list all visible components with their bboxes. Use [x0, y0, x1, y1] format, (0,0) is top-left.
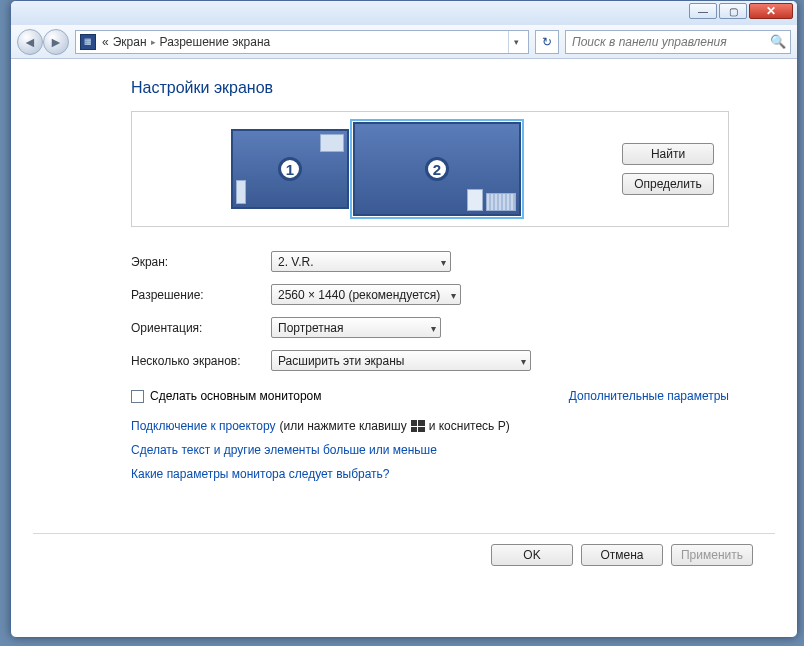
- monitors-side-buttons: Найти Определить: [622, 143, 714, 195]
- address-dropdown[interactable]: ▾: [508, 31, 524, 53]
- forward-button[interactable]: ►: [43, 29, 69, 55]
- projector-hint-after: и коснитесь P): [429, 419, 510, 433]
- window-controls: — ▢ ✕: [689, 3, 793, 19]
- monitors-area: 1 2: [146, 122, 606, 216]
- orientation-select[interactable]: Портретная: [271, 317, 441, 338]
- monitor-1-number: 1: [278, 157, 302, 181]
- minimize-button[interactable]: —: [689, 3, 717, 19]
- maximize-button[interactable]: ▢: [719, 3, 747, 19]
- footer-buttons: OK Отмена Применить: [33, 534, 775, 566]
- checkbox-icon: [131, 390, 144, 403]
- settings-form: Экран: 2. V.R. Разрешение: 2560 × 1440 (…: [131, 251, 775, 371]
- monitor-1-thumb-icon: [320, 134, 344, 152]
- screen-resolution-window: — ▢ ✕ ◄ ► ▦ « Экран ▸ Разрешение экрана …: [10, 0, 798, 638]
- resolution-label: Разрешение:: [131, 288, 271, 302]
- control-panel-icon: ▦: [80, 34, 96, 50]
- ok-button[interactable]: OK: [491, 544, 573, 566]
- monitor-1-thumb-icon: [236, 180, 246, 204]
- address-bar[interactable]: ▦ « Экран ▸ Разрешение экрана ▾: [75, 30, 529, 54]
- monitor-2[interactable]: 2: [353, 122, 521, 216]
- make-main-label: Сделать основным монитором: [150, 389, 322, 403]
- apply-button[interactable]: Применить: [671, 544, 753, 566]
- monitor-2-thumb-icon: [467, 189, 483, 211]
- orientation-label: Ориентация:: [131, 321, 271, 335]
- nav-history: ◄ ►: [17, 29, 69, 55]
- breadcrumb-prefix: «: [102, 35, 109, 49]
- multiple-displays-select[interactable]: Расширить эти экраны: [271, 350, 531, 371]
- back-button[interactable]: ◄: [17, 29, 43, 55]
- display-label: Экран:: [131, 255, 271, 269]
- make-main-checkbox[interactable]: Сделать основным монитором: [131, 389, 322, 403]
- monitor-2-thumb-icon: [486, 193, 516, 211]
- search-icon[interactable]: 🔍: [770, 34, 786, 49]
- search-bar[interactable]: 🔍: [565, 30, 791, 54]
- close-button[interactable]: ✕: [749, 3, 793, 19]
- content: Настройки экранов 1 2 Найти Определить: [11, 59, 797, 576]
- identify-button[interactable]: Определить: [622, 173, 714, 195]
- monitor-2-number: 2: [425, 157, 449, 181]
- page-title: Настройки экранов: [131, 79, 775, 97]
- monitor-1[interactable]: 1: [231, 129, 349, 209]
- text-size-link[interactable]: Сделать текст и другие элементы больше и…: [131, 443, 437, 457]
- titlebar: — ▢ ✕: [11, 1, 797, 25]
- breadcrumb: « Экран ▸ Разрешение экрана: [102, 35, 270, 49]
- windows-key-icon: [411, 420, 425, 432]
- navbar: ◄ ► ▦ « Экран ▸ Разрешение экрана ▾ ↻ 🔍: [11, 25, 797, 59]
- breadcrumb-screen[interactable]: Экран: [113, 35, 147, 49]
- display-select[interactable]: 2. V.R.: [271, 251, 451, 272]
- breadcrumb-separator-icon: ▸: [151, 37, 156, 47]
- which-settings-link[interactable]: Какие параметры монитора следует выбрать…: [131, 467, 390, 481]
- advanced-settings-link[interactable]: Дополнительные параметры: [569, 389, 729, 403]
- resolution-select[interactable]: 2560 × 1440 (рекомендуется): [271, 284, 461, 305]
- refresh-button[interactable]: ↻: [535, 30, 559, 54]
- projector-link[interactable]: Подключение к проектору: [131, 419, 276, 433]
- find-button[interactable]: Найти: [622, 143, 714, 165]
- links-section: Подключение к проектору (или нажмите кла…: [131, 419, 775, 481]
- monitors-panel: 1 2 Найти Определить: [131, 111, 729, 227]
- projector-hint-before: (или нажмите клавишу: [280, 419, 407, 433]
- cancel-button[interactable]: Отмена: [581, 544, 663, 566]
- search-input[interactable]: [570, 34, 770, 50]
- multiple-displays-label: Несколько экранов:: [131, 354, 271, 368]
- main-monitor-row: Сделать основным монитором Дополнительны…: [131, 389, 729, 403]
- breadcrumb-resolution[interactable]: Разрешение экрана: [160, 35, 271, 49]
